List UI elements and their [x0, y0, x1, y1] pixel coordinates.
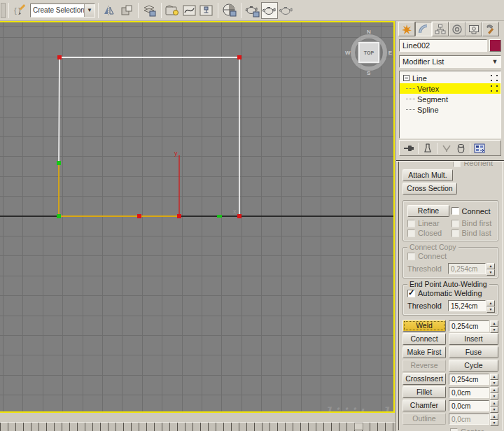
vertex-red[interactable]: [137, 214, 141, 218]
connect-checkbox[interactable]: [451, 207, 459, 215]
tab-utilities[interactable]: [482, 22, 499, 36]
connect-copy-threshold-field[interactable]: 0,254cm: [448, 263, 486, 274]
insert-button[interactable]: Insert: [449, 333, 498, 345]
connect-copy-checkbox[interactable]: [407, 253, 415, 260]
vertex-red[interactable]: [237, 214, 241, 218]
outline-field[interactable]: 0,0cm: [449, 414, 489, 425]
cross-section-button[interactable]: Cross Section: [402, 183, 457, 195]
center-checkbox[interactable]: [450, 428, 458, 431]
modifier-list-dropdown[interactable]: Modifier List ▼: [399, 55, 501, 68]
cycle-button[interactable]: Cycle: [449, 360, 498, 372]
curve-editor-icon[interactable]: [181, 2, 198, 19]
weld-button[interactable]: Weld: [402, 320, 446, 332]
3dsmax-window: { } Create Selection Se ▼: [0, 0, 504, 431]
spinner[interactable]: ▲▼: [490, 374, 498, 385]
crossinsert-field[interactable]: 0,254cm: [449, 374, 489, 385]
collapse-icon[interactable]: [403, 75, 410, 81]
material-editor-icon[interactable]: [221, 2, 238, 19]
tab-hierarchy[interactable]: [432, 22, 449, 36]
stack-item-spline[interactable]: Spline: [400, 104, 500, 115]
scene-explorer-icon[interactable]: [164, 2, 181, 19]
named-selection-combobox[interactable]: Create Selection Se ▼: [30, 3, 95, 17]
connect-copy-label: Connect: [418, 252, 447, 260]
render-production-icon[interactable]: [278, 2, 295, 19]
object-color-swatch[interactable]: [489, 39, 501, 52]
align-icon[interactable]: [118, 2, 135, 19]
object-name-input[interactable]: Line002: [399, 39, 487, 52]
outline-button[interactable]: Outline: [402, 413, 446, 425]
compass-east[interactable]: E: [388, 50, 392, 56]
connect-button[interactable]: Connect: [402, 333, 446, 345]
spline-white-segments[interactable]: [59, 57, 239, 216]
stack-item-segment[interactable]: Segment: [400, 94, 500, 104]
remove-modifier-icon[interactable]: [454, 142, 468, 155]
configure-modifier-sets-icon[interactable]: [472, 142, 486, 155]
render-setup-icon[interactable]: [244, 2, 261, 19]
top-viewport[interactable]: y x N E S W TOP www.dijitalde: [0, 21, 395, 413]
spline-yellow-segments[interactable]: [59, 163, 179, 216]
command-panel-tabs: [398, 22, 503, 37]
reorient-checkbox[interactable]: [453, 162, 461, 167]
make-first-button[interactable]: Make First: [402, 346, 446, 358]
clipped-toolbar-icon[interactable]: [1, 3, 6, 18]
spinner[interactable]: ▲▼: [486, 263, 495, 274]
tab-modify[interactable]: [415, 22, 432, 36]
spinner[interactable]: ▲▼: [486, 300, 495, 311]
vertex-green[interactable]: [217, 215, 222, 218]
show-end-result-icon[interactable]: [421, 142, 435, 155]
compass-north[interactable]: N: [367, 29, 371, 35]
stack-item-label[interactable]: Spline: [417, 106, 439, 114]
crossinsert-button[interactable]: CrossInsert: [402, 373, 446, 385]
spinner[interactable]: ▲▼: [490, 400, 498, 411]
compass-south[interactable]: S: [367, 70, 370, 76]
automatic-welding-checkbox[interactable]: [407, 290, 415, 297]
named-selection-value[interactable]: Create Selection Se: [31, 4, 84, 17]
spinner[interactable]: ▲▼: [490, 387, 498, 398]
refine-button[interactable]: Refine: [407, 205, 449, 217]
schematic-view-icon[interactable]: [198, 2, 215, 19]
track-bar-handle[interactable]: [354, 423, 363, 430]
rendered-frame-window-icon[interactable]: [261, 2, 278, 19]
fuse-button[interactable]: Fuse: [449, 346, 498, 358]
track-bar-ticks[interactable]: [0, 422, 396, 431]
fillet-field[interactable]: 0,0cm: [449, 387, 489, 398]
tab-create[interactable]: [398, 22, 415, 36]
spinner[interactable]: ▲▼: [490, 414, 498, 425]
linear-checkbox[interactable]: [407, 220, 415, 227]
weld-threshold-field[interactable]: 15,24cm: [448, 300, 486, 311]
weld-value-field[interactable]: 0,254cm: [449, 320, 489, 332]
compass-west[interactable]: W: [345, 50, 351, 56]
bind-last-checkbox[interactable]: [451, 229, 459, 237]
chevron-down-icon[interactable]: ▼: [489, 56, 500, 67]
geometry-rollout: Reorient Attach Mult. Cross Section Refi…: [398, 162, 503, 430]
bind-first-checkbox[interactable]: [451, 220, 459, 227]
attach-mult-button[interactable]: Attach Mult.: [402, 169, 453, 181]
viewcube-top-face[interactable]: TOP: [358, 42, 379, 63]
vertex-red[interactable]: [237, 55, 241, 59]
layer-manager-icon[interactable]: [141, 2, 158, 19]
stack-item-label[interactable]: Vertex: [417, 85, 439, 93]
spinner[interactable]: ▲▼: [490, 320, 498, 332]
stack-item-vertex-selected[interactable]: Vertex: [400, 83, 500, 94]
make-unique-icon[interactable]: [440, 142, 454, 155]
toolbar-separator: [138, 3, 139, 18]
vertex-red[interactable]: [57, 55, 62, 59]
edit-named-selection-sets-icon[interactable]: { }: [12, 2, 29, 19]
chamfer-field[interactable]: 0,0cm: [449, 400, 489, 411]
viewcube[interactable]: N E S W TOP: [346, 30, 391, 75]
stack-item-label[interactable]: Line: [412, 74, 427, 83]
vertex-red[interactable]: [177, 214, 181, 218]
stack-item-line[interactable]: Line: [400, 73, 500, 83]
stack-item-label[interactable]: Segment: [417, 95, 448, 104]
vertex-green[interactable]: [57, 214, 61, 218]
combobox-dropdown-icon[interactable]: ▼: [84, 4, 94, 17]
fillet-button[interactable]: Fillet: [402, 386, 446, 398]
pin-stack-icon[interactable]: [402, 142, 416, 155]
vertex-green[interactable]: [57, 161, 61, 165]
tab-display[interactable]: [465, 22, 482, 36]
closed-checkbox[interactable]: [407, 229, 415, 237]
reverse-button[interactable]: Reverse: [402, 360, 446, 372]
chamfer-button[interactable]: Chamfer: [402, 400, 446, 411]
tab-motion[interactable]: [449, 22, 465, 36]
mirror-icon[interactable]: [102, 2, 118, 19]
